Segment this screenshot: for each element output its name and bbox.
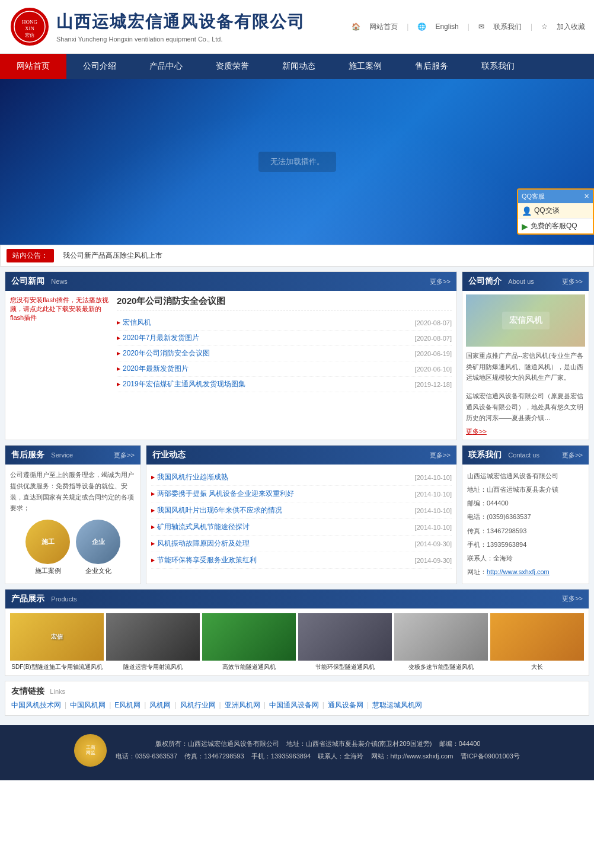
- industry-news-more[interactable]: 更多>>: [430, 451, 451, 460]
- news-list: 2020年公司消防安全会议图 宏信风机 [2020-08-07] 2020年7月…: [117, 296, 452, 392]
- link-sep: |: [174, 701, 176, 709]
- qq-talk-label: QQ交谈: [534, 206, 560, 216]
- footer-zip: 邮编：044400: [439, 740, 481, 747]
- product-item-3[interactable]: 高效节能隧道通风机: [202, 613, 296, 671]
- news-date: [2020-08-07]: [415, 319, 452, 326]
- products-grid: 宏信 SDF(B)型隧道施工专用轴流通风机 隧道运营专用射流风机 高效节能隧道通…: [5, 608, 589, 675]
- culture-img-circle: 企业: [76, 520, 120, 564]
- product-item-4[interactable]: 节能环保型隧道通风机: [298, 613, 392, 671]
- industry-item-link[interactable]: 风机振动故障原因分析及处理: [151, 539, 250, 549]
- notice-text: 我公司新产品高压除尘风机上市: [63, 251, 162, 261]
- product-label-4: 节能环保型隧道通风机: [298, 663, 392, 671]
- news-date: [2020-06-10]: [415, 366, 452, 373]
- industry-item-link[interactable]: 两部委携手提振 风机设备企业迎来双重利好: [151, 489, 294, 499]
- industry-item-link[interactable]: 我国风机叶片出现6年来供不应求的情况: [151, 505, 282, 515]
- link-item-1[interactable]: 中国风机技术网: [11, 700, 61, 710]
- footer-emblem: 工商网监: [74, 734, 107, 767]
- link-item-3[interactable]: E风机网: [114, 700, 140, 710]
- product-item-1[interactable]: 宏信 SDF(B)型隧道施工专用轴流通风机: [10, 613, 104, 671]
- company-intro-img: 宏信风机: [466, 294, 585, 347]
- svg-text:HONG: HONG: [22, 19, 37, 25]
- product-img-3: [202, 613, 296, 661]
- nav-item-news[interactable]: 新闻动态: [266, 54, 332, 79]
- nav-item-service[interactable]: 售后服务: [398, 54, 465, 79]
- service-img-culture: 企业 企业文化: [76, 520, 120, 575]
- flash-notice-link[interactable]: 您没有安装flash插件，无法播放视频，请点此此处下载安装最新的flash插件: [10, 296, 108, 321]
- link-sep: |: [367, 701, 369, 709]
- globe-icon: 🌐: [417, 23, 426, 31]
- company-news-more[interactable]: 更多>>: [430, 277, 451, 286]
- link-item-5[interactable]: 风机行业网: [180, 700, 216, 710]
- link-item-8[interactable]: 通风设备网: [328, 700, 363, 710]
- company-intro-header: 公司简介 About us 更多>>: [462, 272, 589, 291]
- nav-item-cases[interactable]: 施工案例: [332, 54, 398, 79]
- link-item-6[interactable]: 亚洲风机网: [225, 700, 260, 710]
- top-nav-contact[interactable]: 联系我们: [493, 22, 522, 32]
- industry-date: [2014-10-10]: [415, 474, 452, 481]
- main-content: 公司新闻 News 更多>> 您没有安装flash插件，无法播放视频，请点此此处…: [0, 267, 594, 725]
- industry-date: [2014-10-10]: [415, 524, 452, 531]
- product-label-5: 变极多速节能型隧道风机: [394, 663, 488, 671]
- industry-date: [2014-09-30]: [415, 557, 452, 564]
- contact-box: 联系我们 Contact us 更多>> 山西运城宏信通风设备有限公司 地址：山…: [462, 445, 589, 584]
- link-item-2[interactable]: 中国风机网: [70, 700, 106, 710]
- logo-area: HONG XIN 宏信 山西运城宏信通风设备有限公司 Shanxi Yunche…: [9, 6, 305, 47]
- notice-label: 站内公告：: [7, 249, 54, 262]
- qq-free-btn[interactable]: ▶ 免费的客服QQ: [518, 219, 593, 233]
- industry-item-link[interactable]: 节能环保将享受服务业政策红利: [151, 555, 257, 565]
- link-sep: |: [322, 701, 324, 709]
- industry-news-content: 我国风机行业趋渐成熟 [2014-10-10] 两部委携手提振 风机设备企业迎来…: [146, 465, 456, 574]
- nav-item-products[interactable]: 产品中心: [133, 54, 199, 79]
- nav-item-honor[interactable]: 资质荣誉: [199, 54, 266, 79]
- link-sep: |: [264, 701, 266, 709]
- footer-mobile: 手机：13935963894: [251, 752, 311, 760]
- product-item-5[interactable]: 变极多速节能型隧道风机: [394, 613, 488, 671]
- product-item-6[interactable]: 大长: [490, 613, 584, 671]
- top-nav-favorite[interactable]: 加入收藏: [557, 22, 585, 32]
- company-name-cn: 山西运城宏信通风设备有限公司: [56, 11, 305, 33]
- nav-item-about[interactable]: 公司介绍: [66, 54, 133, 79]
- link-item-9[interactable]: 慧聪运城风机网: [372, 700, 422, 710]
- news-layout: 您没有安装flash插件，无法播放视频，请点此此处下载安装最新的flash插件 …: [10, 296, 452, 392]
- news-item: 2019年宏信煤矿主通风机发货现场图集 [2019-12-18]: [117, 377, 452, 392]
- industry-item-link[interactable]: 我国风机行业趋渐成熟: [151, 472, 228, 482]
- products-more[interactable]: 更多>>: [562, 594, 583, 603]
- qq-close-icon[interactable]: ✕: [584, 193, 589, 200]
- contact-title: 联系我们: [468, 450, 502, 459]
- company-more-link[interactable]: 更多>>: [466, 428, 487, 435]
- nav-item-home[interactable]: 网站首页: [0, 54, 66, 79]
- company-intro-title: 公司简介: [468, 276, 502, 286]
- separator: |: [468, 23, 470, 31]
- link-item-4[interactable]: 风机网: [149, 700, 171, 710]
- company-news-header: 公司新闻 News 更多>>: [5, 272, 456, 291]
- after-service-content: 公司遵循用户至上的服务理念，竭诚为用户提供优质服务：免费指导设备的就位、安装，直…: [5, 465, 140, 580]
- footer-address: 地址：山西省运城市夏县裴介镇(南卫村209国道旁): [286, 740, 432, 747]
- news-flash: 您没有安装flash插件，无法播放视频，请点此此处下载安装最新的flash插件: [10, 296, 111, 392]
- industry-item: 风机振动故障原因分析及处理 [2014-09-30]: [151, 536, 452, 552]
- product-item-2[interactable]: 隧道运营专用射流风机: [106, 613, 200, 671]
- news-item-link[interactable]: 2020年公司消防安全会议图: [117, 348, 210, 358]
- company-intro-more[interactable]: 更多>>: [562, 277, 583, 286]
- contact-title-en: Contact us: [508, 451, 539, 459]
- footer-fax: 传真：13467298593: [184, 752, 244, 760]
- news-item-link[interactable]: 2020年7月最新发货图片: [117, 333, 199, 343]
- top-nav-english[interactable]: English: [435, 23, 458, 31]
- footer: 工商网监 版权所有：山西运城宏信通风设备有限公司 地址：山西省运城市夏县裴介镇(…: [0, 725, 594, 780]
- industry-item-link[interactable]: 矿用轴流式风机节能途径探讨: [151, 522, 250, 532]
- news-item-link[interactable]: 2019年宏信煤矿主通风机发货现场图集: [117, 379, 245, 389]
- link-item-7[interactable]: 中国通风设备网: [269, 700, 319, 710]
- news-item-link[interactable]: 宏信风机: [117, 318, 151, 328]
- nav-item-contact[interactable]: 联系我们: [465, 54, 531, 79]
- industry-item: 矿用轴流式风机节能途径探讨 [2014-10-10]: [151, 519, 452, 536]
- qq-talk-btn[interactable]: 👤 QQ交谈: [518, 203, 593, 219]
- service-img-case: 施工 施工案例: [25, 520, 70, 575]
- top-nav-home[interactable]: 网站首页: [369, 22, 398, 32]
- news-item-link[interactable]: 2020年最新发货图片: [117, 364, 189, 374]
- svg-text:宏信: 宏信: [25, 33, 34, 38]
- company-intro-content: 宏信风机 国家重点推广产品--宏信风机(专业生产各类矿用防爆通风机、隧道风机），…: [462, 291, 589, 440]
- news-date: [2020-06-19]: [415, 350, 452, 357]
- contact-more[interactable]: 更多>>: [562, 451, 583, 460]
- product-img-5: [394, 613, 488, 661]
- after-service-more[interactable]: 更多>>: [114, 451, 135, 460]
- contact-header: 联系我们 Contact us 更多>>: [462, 446, 589, 465]
